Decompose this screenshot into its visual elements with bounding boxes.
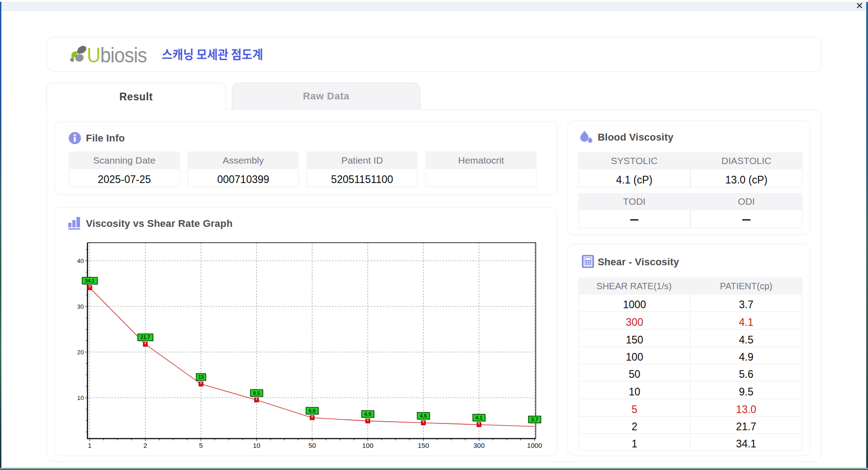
svg-text:2: 2: [143, 442, 147, 449]
svg-text:50: 50: [308, 442, 316, 449]
svg-text:20: 20: [77, 349, 84, 356]
svg-text:4.5: 4.5: [420, 413, 427, 418]
svg-text:150: 150: [418, 442, 429, 449]
svg-text:1: 1: [88, 442, 91, 449]
svg-text:30: 30: [77, 303, 84, 310]
svg-text:100: 100: [362, 442, 373, 449]
svg-text:3.7: 3.7: [531, 417, 538, 422]
svg-text:1000: 1000: [527, 442, 542, 449]
svg-text:21.7: 21.7: [141, 334, 150, 340]
svg-text:10: 10: [253, 442, 260, 449]
svg-text:9.5: 9.5: [253, 390, 260, 396]
svg-text:34.1: 34.1: [85, 278, 94, 283]
svg-text:10: 10: [77, 395, 84, 401]
svg-text:4.1: 4.1: [476, 415, 482, 420]
svg-text:5: 5: [199, 442, 203, 449]
svg-text:5.6: 5.6: [309, 408, 316, 414]
svg-text:4.9: 4.9: [364, 411, 371, 417]
svg-text:300: 300: [473, 442, 485, 449]
svg-text:40: 40: [77, 258, 84, 264]
svg-text:13: 13: [198, 374, 203, 380]
